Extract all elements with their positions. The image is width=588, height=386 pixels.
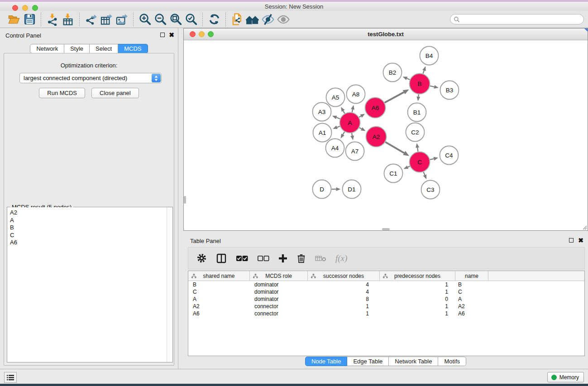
optimization-criterion-dropdown[interactable]: largest connected component (directed): [19, 73, 162, 83]
canvas-horizontal-scrollbar[interactable]: [382, 228, 390, 230]
search-input[interactable]: [450, 14, 584, 24]
mcds-result-item[interactable]: A6: [10, 239, 172, 247]
tab-style[interactable]: Style: [64, 44, 90, 53]
graph-edge[interactable]: [385, 92, 404, 103]
toolbar-separator: [225, 13, 226, 26]
canvas-vertical-scrollbar[interactable]: [184, 196, 186, 204]
column-header-label: shared name: [203, 273, 234, 279]
export-table-button[interactable]: [99, 12, 114, 27]
close-panel-button[interactable]: Close panel: [91, 88, 139, 98]
graph-edge[interactable]: [359, 116, 361, 118]
deselect-all-columns-button[interactable]: [257, 255, 269, 262]
resize-grip-icon[interactable]: [582, 224, 587, 230]
float-table-panel-icon[interactable]: [569, 238, 574, 243]
import-network-button[interactable]: [45, 12, 60, 27]
task-history-button[interactable]: [4, 372, 17, 383]
graph-edge[interactable]: [385, 142, 404, 153]
table-cell: A6: [455, 310, 488, 317]
graph-node-label: B: [417, 81, 421, 87]
hide-graphics-details-button[interactable]: [260, 12, 276, 27]
delete-table-button[interactable]: [315, 255, 326, 262]
table-cell: 4: [308, 281, 380, 288]
table-row[interactable]: A6connector11A6: [188, 310, 584, 317]
result-list-scrollbar[interactable]: [167, 207, 172, 362]
column-header-successor-nodes[interactable]: successor nodes: [308, 271, 380, 281]
apply-layout-button[interactable]: [206, 12, 222, 27]
graph-edge[interactable]: [337, 126, 339, 127]
network-window-titlebar[interactable]: testGlobe.txt: [184, 29, 588, 40]
mcds-result-item[interactable]: C: [10, 232, 172, 239]
save-session-button[interactable]: [22, 12, 37, 27]
graph-edge[interactable]: [424, 172, 425, 175]
column-header-predecessor-nodes[interactable]: predecessor nodes: [380, 271, 455, 281]
tab-network-table[interactable]: Network Table: [389, 357, 438, 366]
node-table[interactable]: shared nameMCDS rolesuccessor nodesprede…: [188, 271, 585, 356]
main-titlebar[interactable]: Session: New Session: [0, 2, 588, 11]
graph-edge[interactable]: [417, 148, 418, 152]
export-image-button[interactable]: [114, 12, 129, 27]
graph-edge[interactable]: [430, 159, 434, 160]
table-row[interactable]: A2connector11A2: [188, 303, 584, 310]
show-graphics-details-button[interactable]: [276, 12, 291, 27]
column-header-MCDS-role[interactable]: MCDS role: [250, 271, 308, 281]
open-file-button[interactable]: [6, 12, 22, 27]
graph-edge[interactable]: [359, 128, 362, 129]
graph-edge[interactable]: [423, 71, 424, 74]
graph-node-label: C3: [426, 186, 434, 193]
zoom-in-button[interactable]: [137, 12, 153, 27]
delete-column-icon: [296, 253, 306, 263]
mcds-result-list[interactable]: A2ABCA6: [7, 207, 172, 362]
control-panel-tabs: NetworkStyleSelectMCDS: [0, 44, 178, 53]
column-layout-button[interactable]: [216, 253, 227, 264]
import-table-button[interactable]: [60, 12, 76, 27]
add-column-button[interactable]: [278, 254, 287, 263]
graph-edge[interactable]: [407, 78, 410, 80]
tab-select[interactable]: Select: [90, 44, 118, 53]
graph-edge[interactable]: [408, 166, 410, 167]
graph-edge[interactable]: [336, 117, 340, 119]
graph-edge[interactable]: [352, 110, 353, 112]
zoom-selected-button[interactable]: [183, 12, 199, 27]
tab-edge-table[interactable]: Edge Table: [347, 357, 389, 366]
network-graph[interactable]: B4B2BB3A5A8A6B1A3AA1C2A2A4A7C4CC1C3DD1: [184, 40, 588, 231]
delete-column-button[interactable]: [296, 253, 306, 263]
open-browser-button[interactable]: [245, 12, 260, 27]
tab-mcds[interactable]: MCDS: [118, 44, 148, 53]
status-bar: Memory: [0, 369, 588, 384]
table-row[interactable]: Adominator80A: [188, 295, 584, 303]
duplicate-network-button[interactable]: [229, 12, 245, 27]
graph-edge[interactable]: [418, 94, 419, 96]
function-builder-button[interactable]: f(x): [335, 253, 347, 263]
graph-edge[interactable]: [352, 133, 352, 136]
table-row[interactable]: Bdominator41B: [188, 281, 584, 288]
zoom-out-button[interactable]: [153, 12, 168, 27]
run-mcds-button[interactable]: Run MCDS: [39, 88, 85, 98]
column-header-name[interactable]: name: [455, 271, 488, 281]
memory-button[interactable]: Memory: [547, 372, 584, 382]
tab-network[interactable]: Network: [30, 44, 64, 53]
mcds-result-item[interactable]: A2: [10, 209, 172, 217]
edge-arrowhead-icon: [332, 116, 337, 119]
mcds-result-item[interactable]: B: [10, 224, 172, 232]
edge-arrowhead-icon: [403, 76, 408, 80]
close-table-panel-icon[interactable]: ✖: [578, 238, 583, 243]
tab-node-table[interactable]: Node Table: [305, 357, 348, 366]
mcds-result-item[interactable]: A: [10, 217, 172, 224]
network-canvas[interactable]: B4B2BB3A5A8A6B1A3AA1C2A2A4A7C4CC1C3DD1: [184, 40, 588, 230]
graph-edge[interactable]: [430, 86, 434, 87]
gear-button[interactable]: [196, 253, 207, 263]
tab-motifs[interactable]: Motifs: [438, 357, 466, 366]
column-header-shared-name[interactable]: shared name: [188, 271, 250, 281]
graph-edge[interactable]: [343, 132, 345, 134]
select-all-columns-button[interactable]: [236, 255, 248, 262]
table-row[interactable]: Cdominator41C: [188, 288, 584, 295]
export-network-button[interactable]: [83, 12, 99, 27]
float-panel-icon[interactable]: [160, 33, 165, 37]
close-panel-icon[interactable]: ✖: [169, 33, 174, 37]
table-cell: B: [188, 281, 250, 288]
table-cell: dominator: [250, 288, 308, 295]
table-panel-title: Table Panel: [190, 238, 221, 244]
graph-node-label: C: [417, 159, 422, 166]
zoom-fit-button[interactable]: [168, 12, 183, 27]
graph-edge[interactable]: [343, 111, 344, 114]
